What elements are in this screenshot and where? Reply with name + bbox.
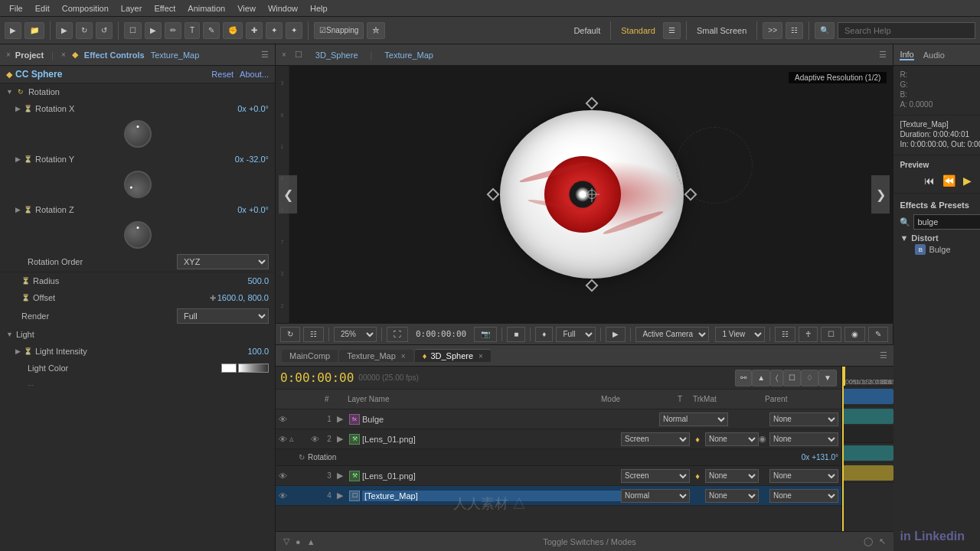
light-expand-icon[interactable]: ▼ [6, 331, 13, 338]
quality-select[interactable]: Full Half Draft [556, 327, 596, 342]
layer-row-3[interactable]: 👁 3 ▶ ⚒ [Lens_01.png] Screen Normal ♦ [276, 466, 841, 486]
tool-btn-10[interactable]: ✚ [246, 22, 263, 39]
workspace-menu-btn[interactable]: ☰ [663, 22, 681, 39]
tool-btn-7[interactable]: T [185, 22, 200, 39]
offset-value[interactable]: 1600.0, 800.0 [217, 293, 269, 302]
vt-extra-4[interactable]: ◉ [844, 327, 865, 342]
camera-select[interactable]: Active Camera Front Top [635, 327, 709, 342]
tool-btn-2[interactable]: ↻ [76, 22, 93, 39]
layer-row-2[interactable]: 👁 ▵ 👁 2 ▶ ⚒ [Lens_01.png] Screen Normal … [276, 429, 841, 449]
reset-btn[interactable]: Reset [211, 70, 234, 79]
vt-extra-5[interactable]: ✎ [868, 327, 888, 342]
timeline-menu-btn[interactable]: ☰ [880, 350, 887, 360]
layer-2-mode-select[interactable]: Screen Normal [621, 432, 690, 446]
search-help-input[interactable] [838, 22, 975, 39]
rotation-z-expand[interactable]: ▶ [15, 206, 21, 214]
vt-color-btn[interactable]: ■ [507, 327, 525, 342]
vt-reset-btn[interactable]: ↻ [280, 327, 300, 342]
rotation-y-expand[interactable]: ▶ [15, 155, 21, 163]
vt-quality-btn[interactable]: ♦ [535, 327, 553, 342]
open-button[interactable]: 📁 [24, 22, 44, 39]
distort-category-label[interactable]: ▼ Distort [900, 233, 980, 243]
preview-step-back-btn[interactable]: ⏪ [941, 173, 957, 188]
rotation-x-knob[interactable] [124, 120, 152, 148]
menu-item-window[interactable]: Window [262, 2, 304, 15]
rotation-row[interactable]: ▼ ↻ Rotation [0, 83, 275, 100]
transform-handle-left[interactable] [487, 188, 500, 201]
timeline-graph-btn[interactable]: ▲ [304, 537, 318, 546]
effect-item-bulge[interactable]: B Bulge [900, 243, 980, 256]
new-button[interactable]: ▶ [5, 22, 21, 39]
rotation-x-value[interactable]: 0x +0.0° [237, 104, 269, 113]
menu-item-edit[interactable]: Edit [29, 2, 56, 15]
tool-btn-8[interactable]: ✎ [203, 22, 220, 39]
vt-fit-btn[interactable]: ⛶ [387, 327, 408, 342]
layer-3-parent-select[interactable]: None [769, 469, 838, 483]
expand-btn[interactable]: >> [763, 22, 782, 39]
rotation-expand-icon[interactable]: ▼ [6, 88, 13, 96]
comp-tab-3dsphere[interactable]: 3D_Sphere [311, 49, 363, 61]
layer-2-expand[interactable]: ▶ [337, 434, 349, 444]
rotation-z-stopwatch[interactable]: ⏳ [24, 206, 32, 214]
layer-2-parent-select[interactable]: None [769, 432, 838, 446]
snapping-btn[interactable]: ☑ Snapping [314, 22, 364, 39]
timeline-tab-3dsphere-close[interactable]: × [479, 352, 483, 360]
tool-btn-3[interactable]: ↺ [96, 22, 113, 39]
vt-extra-1[interactable]: ☷ [775, 327, 795, 342]
vt-extra-2[interactable]: ♰ [799, 327, 818, 342]
tool-btn-4[interactable]: ☐ [124, 22, 142, 39]
track-fill-2[interactable] [842, 409, 893, 424]
layer-row-1[interactable]: 👁 1 ▶ fx Bulge Normal Screen Multiply [276, 409, 841, 429]
layer-3-mode-select[interactable]: Screen Normal [621, 469, 690, 483]
tool-btn-6[interactable]: ✏ [165, 22, 181, 39]
preview-skip-start-btn[interactable]: ⏮ [923, 173, 936, 188]
comp-panel-close-btn[interactable]: × [282, 51, 286, 59]
rotation-x-expand[interactable]: ▶ [15, 105, 21, 112]
layer-1-mode-select[interactable]: Normal Screen Multiply [659, 412, 728, 426]
layer-2-t[interactable]: ♦ [690, 435, 705, 444]
timeline-zoom-out-btn[interactable]: ▽ [280, 536, 292, 546]
tool-btn-12[interactable]: ✦ [286, 22, 302, 39]
fx-enable-icon[interactable]: ◆ [6, 70, 12, 80]
track-fill-4[interactable] [842, 465, 893, 481]
effect-controls-close-btn[interactable]: × [61, 51, 66, 59]
tool-btn-1[interactable]: ▶ [56, 22, 73, 39]
render-dropdown[interactable]: Full Half Draft [177, 308, 269, 324]
timeline-adj-btn[interactable]: ▼ [818, 370, 837, 386]
layer-3-t[interactable]: ♦ [690, 471, 705, 481]
layer-3-trkmat-select[interactable]: None [705, 469, 759, 483]
project-close-btn[interactable]: × [6, 51, 11, 59]
vt-extra-3[interactable]: ☐ [821, 327, 841, 342]
effects-search-input[interactable] [913, 214, 980, 230]
rotation-y-knob[interactable] [119, 166, 156, 203]
rotation-y-stopwatch[interactable]: ⏳ [24, 155, 32, 163]
track-fill-1[interactable] [842, 389, 893, 404]
tool-btn-9[interactable]: ✊ [223, 22, 243, 39]
offset-stopwatch[interactable]: ⏳ [21, 294, 30, 302]
radius-stopwatch[interactable]: ⏳ [21, 277, 30, 285]
viewport-nav-left-btn[interactable]: ❮ [279, 175, 297, 214]
light-intensity-value[interactable]: 100.0 [247, 347, 269, 356]
menu-item-effect[interactable]: Effect [148, 2, 181, 15]
rotation-y-value[interactable]: 0x -32.0° [235, 155, 269, 164]
menu-item-file[interactable]: File [3, 2, 29, 15]
about-btn[interactable]: About... [240, 70, 269, 79]
transform-handle-top[interactable] [586, 97, 599, 110]
view-select[interactable]: 1 View 2 Views 4 Views [715, 327, 765, 342]
timeline-tab-maincomp[interactable]: MainComp [282, 350, 338, 362]
timeline-tab-texturemap[interactable]: Texture_Map × [339, 350, 413, 362]
timeline-tab-texturemap-close[interactable]: × [401, 352, 406, 360]
tool-btn-5[interactable]: ▶ [145, 22, 162, 39]
preview-play-btn[interactable]: ▶ [962, 173, 973, 188]
tool-btn-11[interactable]: ✦ [266, 22, 283, 39]
timeline-comp-btn[interactable]: ◯ [861, 536, 876, 546]
layer-4-trkmat-select[interactable]: None [705, 489, 759, 503]
layer-row-4[interactable]: 👁 4 ▶ ☐ [Texture_Map] Normal Screen [276, 486, 841, 506]
vt-grid-btn[interactable]: ☷ [303, 327, 324, 342]
timeline-timecode[interactable]: 0:00:00:00 [280, 370, 354, 385]
timeline-tab-3dsphere[interactable]: ♦ 3D_Sphere × [415, 349, 491, 362]
rotation-z-value[interactable]: 0x +0.0° [237, 205, 269, 214]
toggle-switches-label[interactable]: Toggle Switches / Modes [543, 537, 636, 546]
timeline-home-btn[interactable]: ● [292, 537, 304, 546]
layer-4-eye[interactable]: 👁 [279, 491, 289, 500]
